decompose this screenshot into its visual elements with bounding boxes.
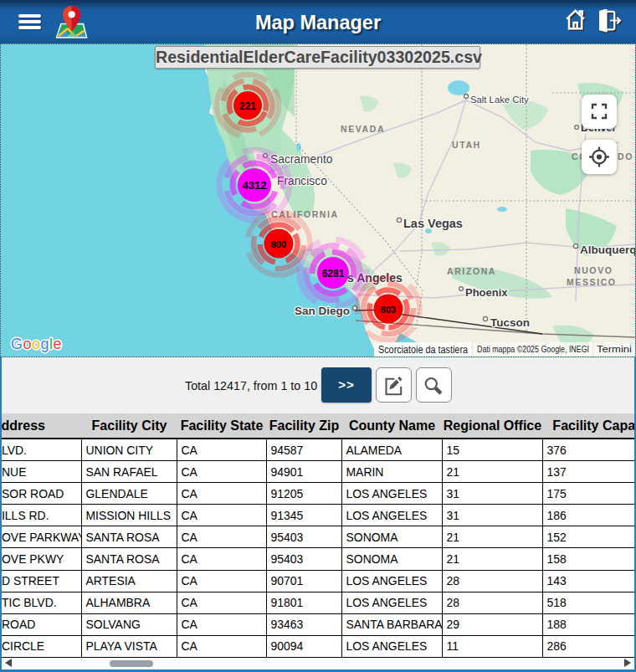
svg-text:6281: 6281 (322, 268, 345, 280)
svg-text:800: 800 (271, 239, 286, 249)
svg-text:MESSICO: MESSICO (567, 277, 617, 287)
svg-text:Dati mappa ©2025 Google, INEGI: Dati mappa ©2025 Google, INEGI (477, 344, 589, 354)
svg-text:Albuquerque: Albuquerque (580, 244, 635, 256)
svg-text:Las Vegas: Las Vegas (403, 217, 463, 230)
svg-text:221: 221 (239, 100, 256, 112)
svg-text:Phoenix: Phoenix (465, 286, 508, 299)
svg-text:ARIZONA: ARIZONA (447, 266, 496, 276)
svg-text:UTAH: UTAH (452, 140, 481, 150)
svg-text:NUOVO: NUOVO (574, 265, 613, 275)
svg-text:Termini: Termini (597, 344, 632, 354)
svg-text:4312: 4312 (243, 179, 267, 192)
svg-text:NEVADA: NEVADA (341, 124, 385, 134)
svg-text:Sacramento: Sacramento (270, 153, 333, 166)
svg-text:Google: Google (11, 336, 62, 352)
svg-text:Scorciatoie da tastiera: Scorciatoie da tastiera (378, 344, 468, 356)
svg-text:Salt Lake City: Salt Lake City (470, 95, 529, 105)
svg-text:Tucson: Tucson (490, 316, 530, 329)
svg-text:803: 803 (381, 305, 396, 315)
